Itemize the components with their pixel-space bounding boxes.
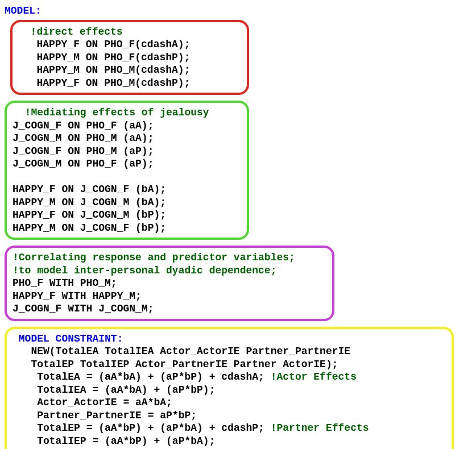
code-line: Actor_ActorIE = aA*bA; bbox=[37, 397, 172, 408]
code-line: NEW(TotalEA TotalIEA Actor_ActorIE Partn… bbox=[31, 346, 350, 357]
mediating-effects-code: !Mediating effects of jealousy J_COGN_F … bbox=[13, 106, 241, 234]
model-constraint-box: MODEL CONSTRAINT: NEW(TotalEA TotalIEA A… bbox=[5, 327, 454, 450]
code-line: TotalEP = (aA*bP) + (aP*bA) + cdashP; bbox=[37, 422, 264, 434]
correlating-box: !Correlating response and predictor vari… bbox=[5, 246, 334, 321]
comment-corr2: !to model inter-personal dyadic dependen… bbox=[13, 265, 276, 276]
comment-direct: !direct effects bbox=[31, 26, 123, 38]
code-line: TotalIEA = (aA*bA) + (aP*bP); bbox=[37, 384, 215, 396]
code-line: TotalEP TotalIEP Actor_PartnerIE Partner… bbox=[31, 359, 338, 370]
code-line: TotalIEP = (aA*bP) + (aP*bA); bbox=[37, 435, 215, 447]
model-header: MODEL: bbox=[5, 5, 471, 18]
correlating-code: !Correlating response and predictor vari… bbox=[13, 251, 326, 315]
code-line: HAPPY_M ON J_COGN_F (bP); bbox=[13, 222, 166, 234]
code-line: J_COGN_F ON PHO_M (aP); bbox=[13, 145, 154, 157]
comment-corr1: !Correlating response and predictor vari… bbox=[13, 252, 295, 263]
code-line: HAPPY_F ON J_COGN_M (bP); bbox=[13, 209, 166, 221]
comment-actor: !Actor Effects bbox=[271, 371, 357, 383]
code-line: J_COGN_M ON PHO_M (aA); bbox=[13, 132, 154, 144]
code-line: HAPPY_M ON J_COGN_M (bA); bbox=[13, 197, 166, 208]
code-line: HAPPY_F ON PHO_F(cdashA); bbox=[36, 39, 190, 50]
code-line: TotalEA = (aA*bA) + (aP*bP) + cdashA; bbox=[37, 371, 264, 383]
code-line: Partner_PartnerIE = aP*bP; bbox=[37, 410, 197, 421]
code-line: J_COGN_F ON PHO_F (aA); bbox=[13, 120, 154, 131]
model-keyword: MODEL: bbox=[5, 5, 42, 16]
code-line: HAPPY_F WITH HAPPY_M; bbox=[13, 290, 142, 302]
constraint-keyword: MODEL CONSTRAINT: bbox=[19, 333, 123, 344]
model-constraint-code: MODEL CONSTRAINT: NEW(TotalEA TotalIEA A… bbox=[13, 332, 446, 450]
mediating-effects-box: !Mediating effects of jealousy J_COGN_F … bbox=[5, 101, 249, 240]
code-line: J_COGN_M ON PHO_F (aP); bbox=[13, 158, 154, 169]
code-line: HAPPY_M ON PHO_F(cdashP); bbox=[36, 52, 190, 63]
direct-effects-code: !direct effects HAPPY_F ON PHO_F(cdashA)… bbox=[18, 26, 241, 90]
code-line: HAPPY_M ON PHO_M(cdashA); bbox=[36, 64, 190, 76]
code-line: J_COGN_F WITH J_COGN_M; bbox=[13, 303, 154, 314]
code-line: PHO_F WITH PHO_M; bbox=[13, 277, 117, 289]
comment-partner: !Partner Effects bbox=[271, 422, 369, 434]
comment-mediating: !Mediating effects of jealousy bbox=[25, 107, 209, 118]
code-line: HAPPY_F ON PHO_M(cdashP); bbox=[36, 77, 190, 89]
code-line: HAPPY_F ON J_COGN_F (bA); bbox=[13, 184, 166, 195]
direct-effects-box: !direct effects HAPPY_F ON PHO_F(cdashA)… bbox=[10, 20, 249, 95]
